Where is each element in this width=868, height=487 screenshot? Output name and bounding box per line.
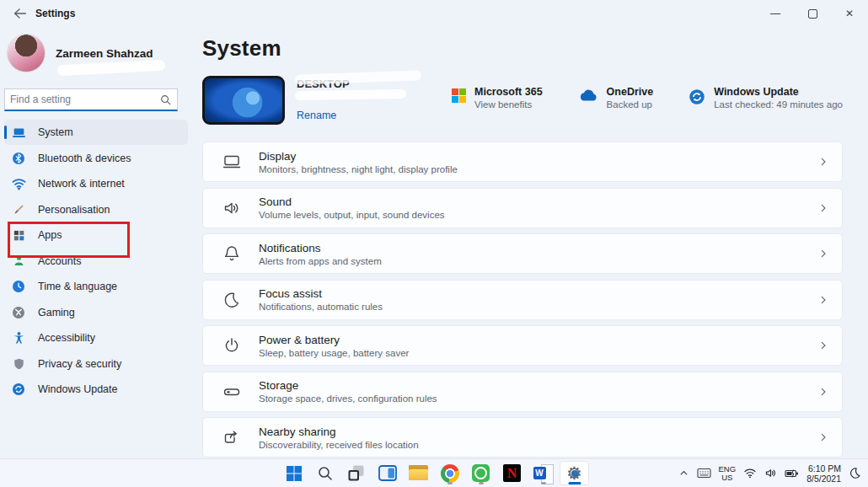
sidebar-item-label: System bbox=[38, 126, 73, 138]
card-focus-assist[interactable]: Focus assist Notifications, automatic ru… bbox=[202, 280, 843, 320]
card-notifications[interactable]: Notifications Alerts from apps and syste… bbox=[202, 233, 843, 274]
tray-date: 8/5/2021 bbox=[806, 474, 841, 484]
chevron-right-icon bbox=[817, 385, 830, 399]
running-indicator bbox=[541, 482, 546, 484]
power-icon bbox=[222, 335, 242, 356]
search-box[interactable] bbox=[4, 88, 178, 111]
language-indicator[interactable]: ENG US bbox=[719, 465, 737, 482]
header-status-row: Microsoft 365 View benefits OneDrive Bac… bbox=[452, 86, 843, 110]
sidebar-item-personalisation[interactable]: Personalisation bbox=[4, 197, 188, 222]
user-profile[interactable]: Zarmeen Shahzad bbox=[7, 34, 153, 72]
status-microsoft-365[interactable]: Microsoft 365 View benefits bbox=[452, 86, 543, 110]
card-power-battery[interactable]: Power & battery Sleep, battery usage, ba… bbox=[202, 325, 843, 366]
page-title: System bbox=[202, 35, 868, 62]
card-title: Sound bbox=[259, 195, 817, 208]
clock-icon bbox=[11, 279, 26, 294]
user-name: Zarmeen Shahzad bbox=[56, 47, 153, 60]
card-title: Focus assist bbox=[259, 287, 817, 300]
settings-gear-icon: ⚙ bbox=[565, 463, 585, 484]
card-subtitle: Sleep, battery usage, battery saver bbox=[259, 348, 817, 358]
sidebar-item-label: Personalisation bbox=[38, 204, 110, 216]
sidebar-item-time-language[interactable]: Time & language bbox=[4, 274, 188, 299]
card-nearby-sharing[interactable]: Nearby sharing Discoverability, received… bbox=[202, 417, 843, 458]
start-button[interactable] bbox=[279, 461, 308, 485]
settings-button[interactable]: ⚙ bbox=[560, 461, 589, 485]
minimize-button[interactable]: — bbox=[757, 0, 794, 27]
sidebar-item-privacy-security[interactable]: Privacy & security bbox=[4, 351, 188, 377]
chevron-right-icon bbox=[817, 155, 830, 169]
card-display[interactable]: Display Monitors, brightness, night ligh… bbox=[202, 142, 843, 182]
card-subtitle: Discoverability, received files location bbox=[259, 440, 817, 450]
sidebar-item-label: Windows Update bbox=[38, 383, 118, 395]
sidebar-item-bluetooth-devices[interactable]: Bluetooth & devices bbox=[4, 146, 188, 171]
sidebar-item-gaming[interactable]: Gaming bbox=[4, 300, 188, 325]
status-title: Windows Update bbox=[714, 86, 843, 98]
widgets-icon bbox=[378, 465, 397, 481]
tray-overflow-chevron-icon[interactable] bbox=[678, 468, 689, 479]
running-indicator bbox=[479, 482, 484, 484]
card-subtitle: Monitors, brightness, night light, displ… bbox=[259, 164, 817, 174]
rename-link[interactable]: Rename bbox=[297, 110, 336, 121]
card-storage[interactable]: Storage Storage space, drives, configura… bbox=[202, 372, 843, 412]
accessibility-person-icon bbox=[11, 330, 26, 345]
file-explorer-button[interactable] bbox=[404, 461, 433, 485]
microsoft-logo bbox=[452, 88, 466, 103]
taskbar: N W ⚙ ENG US bbox=[0, 458, 868, 487]
whatsapp-button[interactable] bbox=[466, 461, 496, 485]
chevron-right-icon bbox=[817, 201, 830, 215]
sidebar-item-label: Accessibility bbox=[38, 332, 95, 344]
tray-wifi-icon[interactable] bbox=[743, 468, 757, 479]
running-indicator bbox=[447, 482, 453, 484]
task-view-icon bbox=[347, 464, 365, 482]
focus-assist-moon-icon[interactable] bbox=[849, 467, 861, 479]
file-explorer-icon bbox=[409, 465, 428, 481]
chevron-right-icon bbox=[817, 339, 830, 352]
focus-assist-moon-icon bbox=[222, 290, 242, 310]
sidebar-item-label: Privacy & security bbox=[38, 358, 121, 370]
sidebar: Zarmeen Shahzad System Bluetooth & devic… bbox=[0, 27, 192, 459]
task-view-button[interactable] bbox=[341, 461, 371, 485]
taskbar-search-button[interactable] bbox=[310, 461, 340, 485]
netflix-button[interactable]: N bbox=[497, 461, 527, 485]
tray-volume-icon[interactable] bbox=[764, 468, 777, 479]
status-windows-update[interactable]: Windows Update Last checked: 49 minutes … bbox=[689, 86, 843, 110]
tray-battery-icon[interactable] bbox=[785, 468, 799, 479]
maximize-button[interactable] bbox=[794, 0, 831, 27]
chevron-right-icon bbox=[817, 431, 830, 444]
shield-icon bbox=[11, 356, 26, 372]
sidebar-item-windows-update[interactable]: Windows Update bbox=[4, 377, 188, 402]
sidebar-item-label: Network & internet bbox=[38, 178, 125, 190]
window-title: Settings bbox=[35, 8, 75, 19]
sidebar-item-accessibility[interactable]: Accessibility bbox=[4, 325, 188, 351]
chevron-right-icon bbox=[817, 293, 830, 307]
touch-keyboard-icon[interactable] bbox=[697, 468, 711, 479]
search-icon bbox=[317, 465, 334, 482]
sidebar-item-network-internet[interactable]: Network & internet bbox=[4, 171, 188, 196]
close-button[interactable]: ✕ bbox=[831, 0, 868, 27]
redaction-mark bbox=[295, 89, 406, 100]
sidebar-item-label: Bluetooth & devices bbox=[38, 153, 131, 164]
onedrive-cloud-icon bbox=[578, 88, 598, 102]
windows-update-icon bbox=[11, 382, 26, 397]
widgets-button[interactable] bbox=[372, 461, 402, 485]
search-input[interactable] bbox=[5, 94, 160, 105]
card-title: Storage bbox=[259, 379, 817, 392]
word-button[interactable]: W bbox=[528, 461, 558, 485]
status-subtitle: Backed up bbox=[607, 99, 654, 110]
clock-date[interactable]: 6:10 PM 8/5/2021 bbox=[806, 463, 841, 484]
sidebar-item-system[interactable]: System bbox=[4, 120, 188, 145]
status-subtitle[interactable]: View benefits bbox=[474, 99, 543, 110]
personalisation-brush-icon bbox=[11, 202, 26, 217]
card-subtitle: Storage space, drives, configuration rul… bbox=[259, 393, 817, 404]
status-onedrive[interactable]: OneDrive Backed up bbox=[578, 86, 654, 110]
back-icon[interactable] bbox=[7, 4, 32, 23]
bluetooth-icon bbox=[11, 151, 26, 166]
nearby-sharing-icon bbox=[222, 427, 242, 447]
card-sound[interactable]: Sound Volume levels, output, input, soun… bbox=[202, 188, 843, 228]
chrome-button[interactable] bbox=[435, 461, 464, 485]
redaction-mark bbox=[57, 59, 166, 76]
card-title: Notifications bbox=[259, 242, 817, 254]
avatar[interactable] bbox=[7, 34, 46, 72]
title-bar: Settings — ✕ bbox=[0, 0, 868, 27]
status-title: OneDrive bbox=[607, 86, 654, 98]
